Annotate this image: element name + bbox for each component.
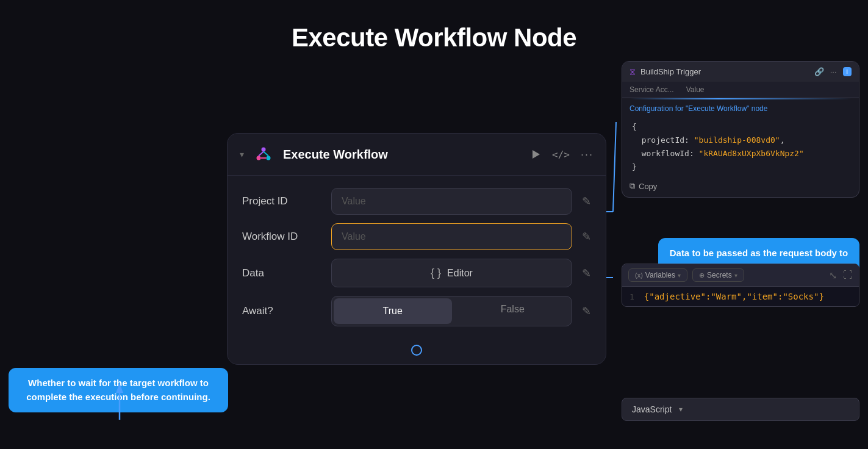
data-editor-panel: (x) Variables ▾ ⊕ Secrets ▾ ⤡ ⛶ 1{"adjec… [622,264,859,307]
play-button[interactable] [530,149,541,160]
editor-fullscreen-icon[interactable]: ⛶ [843,270,853,281]
variables-icon: (x) [635,271,643,279]
node-title: Execute Workflow [283,148,522,162]
data-edit-icon[interactable]: ✎ [582,267,591,280]
trigger-copy-button[interactable]: ⧉ Copy [622,176,859,197]
project-id-label: Project ID [242,195,321,207]
trigger-panel-header: ⧖ BuildShip Trigger 🔗 ··· i [622,62,859,82]
trigger-panel-title: BuildShip Trigger [640,67,809,76]
js-language-dropdown[interactable]: JavaScript ▾ [622,398,859,421]
await-row: Await? True False ✎ [242,296,591,326]
trigger-config-label: Configuration for "Execute Workflow" nod… [622,99,859,115]
await-toggle[interactable]: True False [331,296,572,326]
svg-line-7 [259,152,264,156]
config-workflow-key: workflowId: [642,149,699,158]
editor-label: Editor [447,268,473,279]
node-bottom-connector [228,339,606,364]
workflow-id-input[interactable]: Value [331,223,572,250]
collapse-chevron[interactable]: ▾ [240,149,244,159]
page-title: Execute Workflow Node [0,0,868,52]
node-fields: Project ID Value ✎ Workflow ID Value ✎ D… [228,176,606,339]
trigger-dots-icon[interactable]: ··· [830,67,837,76]
await-label: Await? [242,305,321,317]
workflow-id-label: Workflow ID [242,231,321,243]
svg-point-6 [267,156,271,160]
variables-label: Variables [645,271,675,279]
trigger-config-content: { projectId: "buildship-008vd0", workflo… [622,115,859,176]
copy-label: Copy [639,182,657,191]
editor-braces-icon: { } [431,267,441,279]
trigger-value-label: Value [686,85,705,94]
code-content: {"adjective":"Warm","item":"Socks"} [644,292,824,301]
secrets-label: Secrets [707,271,732,279]
trigger-link-icon[interactable]: 🔗 [814,67,824,76]
project-id-edit-icon[interactable]: ✎ [582,195,591,208]
copy-icon: ⧉ [629,181,635,191]
editor-expand-icon[interactable]: ⤡ [829,270,837,281]
svg-marker-10 [533,150,540,159]
node-header: ▾ Execute Workflow </> [228,134,606,176]
trigger-panel: ⧖ BuildShip Trigger 🔗 ··· i Service Acc.… [622,61,859,198]
project-id-row: Project ID Value ✎ [242,188,591,215]
trigger-panel-actions: 🔗 ··· i [814,67,852,76]
config-project-key: projectId: [642,135,694,145]
node-actions: </> ··· [530,148,594,161]
config-project-value: "buildship-008vd0" [694,135,780,145]
secrets-icon: ⊕ [699,271,705,279]
secrets-chevron: ▾ [734,272,737,279]
node-card: ▾ Execute Workflow </> [227,133,606,365]
data-editor-header: (x) Variables ▾ ⊕ Secrets ▾ ⤡ ⛶ [622,264,859,287]
svg-point-4 [262,148,266,152]
svg-line-8 [264,152,268,156]
code-button[interactable]: </> [552,149,570,160]
config-workflow-value: "kRAUAd8xUXpXb6VkNpz2" [699,149,804,158]
await-false-button[interactable]: False [454,296,572,326]
project-id-input[interactable]: Value [331,188,572,215]
trigger-subheader: Service Acc... Value [622,82,859,98]
trigger-icon: ⧖ [629,66,636,77]
data-row: Data { } Editor ✎ [242,259,591,287]
node-icon [253,143,274,165]
svg-line-1 [613,122,616,212]
config-close-brace: } [632,162,637,171]
project-id-placeholder: Value [342,196,366,207]
svg-point-5 [257,156,261,160]
await-edit-icon[interactable]: ✎ [582,304,591,318]
await-true-button[interactable]: True [334,298,452,324]
data-input[interactable]: { } Editor [331,259,572,287]
trigger-service-label: Service Acc... [629,85,674,94]
trigger-info-badge: i [843,67,852,76]
js-label: JavaScript [632,404,672,414]
workflow-id-placeholder: Value [342,231,366,242]
more-options-button[interactable]: ··· [581,148,594,161]
variables-tag[interactable]: (x) Variables ▾ [628,268,687,282]
config-open-brace: { [632,122,637,131]
line-number-1: 1 [629,292,634,301]
bottom-dot [411,345,422,356]
data-editor-body: 1{"adjective":"Warm","item":"Socks"} [622,287,859,306]
workflow-id-row: Workflow ID Value ✎ [242,223,591,250]
await-tooltip: Whether to wait for the target workflow … [9,368,228,412]
variables-chevron: ▾ [678,272,681,279]
workflow-id-edit-icon[interactable]: ✎ [582,230,591,243]
secrets-tag[interactable]: ⊕ Secrets ▾ [692,268,744,282]
js-dropdown-chevron-icon: ▾ [679,405,683,414]
editor-actions-right: ⤡ ⛶ [829,270,853,281]
data-label: Data [242,267,321,279]
